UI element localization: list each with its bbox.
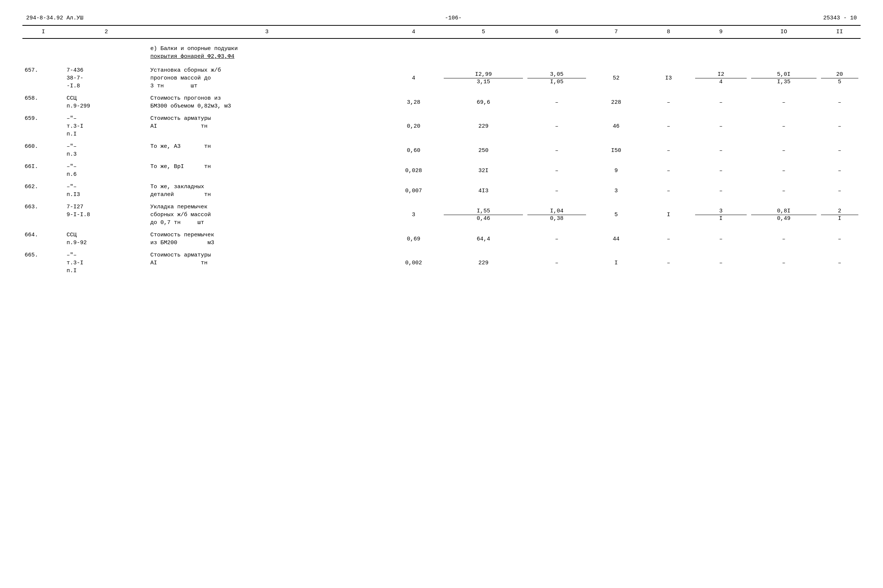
header-right: 25343 - 10	[823, 15, 857, 21]
row-col4: 0,002	[386, 249, 442, 277]
row-col8: –	[644, 112, 693, 140]
main-table: I 2 3 4 5 6 7 8 9 IO II е) Балки и опорн…	[23, 25, 860, 277]
row-number: 660.	[23, 140, 64, 160]
col-header-4: 4	[386, 26, 442, 39]
col-header-8: 8	[644, 26, 693, 39]
row-desc: То же, закладныхдеталей тн	[148, 181, 386, 201]
row-col5: 250	[442, 140, 525, 160]
row-desc: Укладка перемычексборных ж/б массойдо 0,…	[148, 201, 386, 229]
row-col11: –	[819, 160, 860, 181]
row-col7: 228	[588, 92, 644, 112]
row-col4: 3	[386, 201, 442, 229]
row-col5: 69,6	[442, 92, 525, 112]
row-col10: –	[749, 249, 819, 277]
row-col7: 46	[588, 112, 644, 140]
row-ref: 7-I27 9-I-I.8	[64, 201, 148, 229]
row-col7: 9	[588, 160, 644, 181]
row-col8: –	[644, 140, 693, 160]
row-col10: –	[749, 229, 819, 249]
row-col7: I50	[588, 140, 644, 160]
table-row: 665. –"– т.3-I п.I Стоимость арматурыАI …	[23, 249, 860, 277]
row-col9: –	[693, 92, 749, 112]
row-col10: –	[749, 92, 819, 112]
row-col8: I3	[644, 64, 693, 92]
row-col5: 4I3	[442, 181, 525, 201]
row-desc: То же, ВрI тн	[148, 160, 386, 181]
row-col9: –	[693, 160, 749, 181]
col-header-11: II	[819, 26, 860, 39]
row-col10: 5,0I I,35	[749, 64, 819, 92]
row-col7: 5	[588, 201, 644, 229]
row-desc: Стоимость прогонов изБМ300 объемом 0,82м…	[148, 92, 386, 112]
table-row: 658. ССЦ п.9-299 Стоимость прогонов изБМ…	[23, 92, 860, 112]
col-header-2: 2	[64, 26, 148, 39]
row-ref: –"– п.I3	[64, 181, 148, 201]
row-col11: –	[819, 181, 860, 201]
row-col5: 229	[442, 112, 525, 140]
row-col11: –	[819, 140, 860, 160]
table-row: 66I. –"– п.6 То же, ВрI тн 0,028 32I – 9…	[23, 160, 860, 181]
row-ref: –"– т.3-I п.I	[64, 112, 148, 140]
table-row: 659. –"– т.3-I п.I Стоимость арматурыАI …	[23, 112, 860, 140]
table-row: 664. ССЦ п.9-92 Стоимость перемычекиз БМ…	[23, 229, 860, 249]
row-desc: Стоимость арматурыАI тн	[148, 112, 386, 140]
row-col6: 3,05 I,05	[525, 64, 588, 92]
table-row: 662. –"– п.I3 То же, закладныхдеталей тн…	[23, 181, 860, 201]
row-ref: ССЦ п.9-92	[64, 229, 148, 249]
row-col7: 3	[588, 181, 644, 201]
row-col10: 0,8I 0,49	[749, 201, 819, 229]
column-header-row: I 2 3 4 5 6 7 8 9 IO II	[23, 26, 860, 39]
col-header-5: 5	[442, 26, 525, 39]
header-left: 294-8-34.92 Ал.УШ	[26, 15, 83, 21]
row-desc: Установка сборных ж/бпрогонов массой до3…	[148, 64, 386, 92]
table-row: 660. –"– п.3 То же, А3 тн 0,60 250 – I50…	[23, 140, 860, 160]
row-col11: –	[819, 112, 860, 140]
row-col8: –	[644, 160, 693, 181]
row-col9: I2 4	[693, 64, 749, 92]
row-col10: –	[749, 160, 819, 181]
row-col9: –	[693, 112, 749, 140]
row-number: 657.	[23, 64, 64, 92]
row-number: 659.	[23, 112, 64, 140]
row-col8: –	[644, 249, 693, 277]
row-col9: 3 I	[693, 201, 749, 229]
col-header-10: IO	[749, 26, 819, 39]
row-number: 664.	[23, 229, 64, 249]
header-center: -106-	[445, 15, 462, 21]
row-desc: То же, А3 тн	[148, 140, 386, 160]
row-col4: 0,60	[386, 140, 442, 160]
row-col6: I,04 0,38	[525, 201, 588, 229]
row-col6: –	[525, 229, 588, 249]
col-header-9: 9	[693, 26, 749, 39]
row-number: 665.	[23, 249, 64, 277]
row-desc: Стоимость арматурыАI тн	[148, 249, 386, 277]
row-col6: –	[525, 92, 588, 112]
row-col8: –	[644, 181, 693, 201]
row-col4: 4	[386, 64, 442, 92]
row-col6: –	[525, 249, 588, 277]
row-number: 658.	[23, 92, 64, 112]
row-col5: 64,4	[442, 229, 525, 249]
row-col8: –	[644, 92, 693, 112]
row-number: 66I.	[23, 160, 64, 181]
col-header-7: 7	[588, 26, 644, 39]
section-title: е) Балки и опорные подушки покрытия фона…	[148, 39, 386, 64]
row-number: 662.	[23, 181, 64, 201]
row-ref: 7-436 38-7- -I.8	[64, 64, 148, 92]
row-col4: 0,007	[386, 181, 442, 201]
row-col5: I2,99 3,15	[442, 64, 525, 92]
row-ref: –"– п.6	[64, 160, 148, 181]
row-col11: 2 I	[819, 201, 860, 229]
row-col6: –	[525, 181, 588, 201]
row-col8: I	[644, 201, 693, 229]
row-col6: –	[525, 112, 588, 140]
row-col9: –	[693, 181, 749, 201]
row-number: 663.	[23, 201, 64, 229]
row-col8: –	[644, 229, 693, 249]
row-col5: 32I	[442, 160, 525, 181]
col-header-3: 3	[148, 26, 386, 39]
row-ref: –"– т.3-I п.I	[64, 249, 148, 277]
row-col6: –	[525, 140, 588, 160]
row-ref: ССЦ п.9-299	[64, 92, 148, 112]
col-header-6: 6	[525, 26, 588, 39]
